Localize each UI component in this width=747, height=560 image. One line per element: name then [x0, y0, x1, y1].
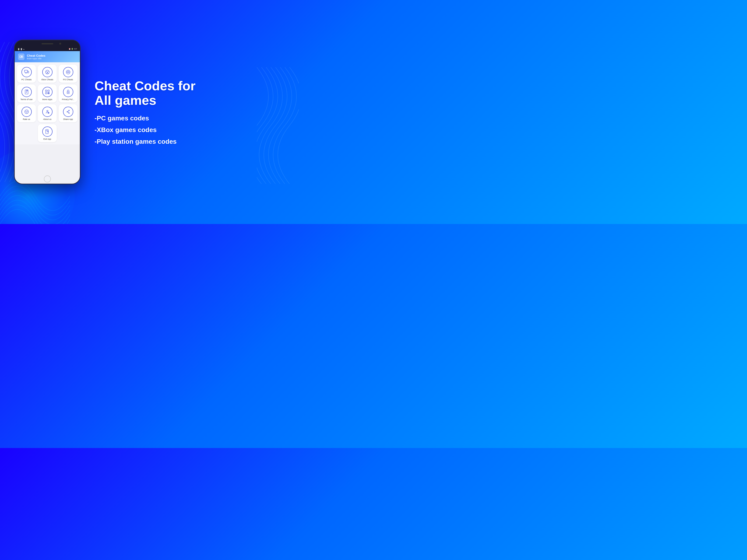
exit-icon — [42, 127, 53, 137]
app-subtitle: Brain Apps Ville — [27, 57, 45, 60]
phone-bottom-bar — [15, 174, 80, 184]
grid-item-pc-cheats[interactable]: PC Cheats — [17, 64, 36, 83]
status-right: ⏰ 🔋 9:07 — [69, 48, 77, 50]
phone-camera — [59, 43, 61, 45]
app-header: Cheat Codes Brain Apps Ville — [15, 51, 80, 62]
phone-home-button[interactable] — [44, 176, 51, 183]
status-left: ▐▌ ▐▌ ▲ — [18, 48, 25, 50]
grid-item-more-apps[interactable]: More Apps — [38, 84, 57, 102]
rate-label: Rate us — [23, 118, 30, 121]
svg-point-23 — [67, 111, 68, 112]
svg-point-5 — [45, 70, 49, 74]
grid-item-xbox-cheats[interactable]: Xbox Cheats — [38, 64, 57, 83]
feature-item-xbox: -XBox games codes — [95, 126, 285, 134]
grid-item-about-us[interactable]: About us — [38, 104, 57, 122]
svg-point-8 — [68, 71, 69, 72]
more-apps-label: More Apps — [42, 98, 52, 101]
about-icon — [42, 107, 53, 117]
feature-item-ps: -Play station games codes — [95, 138, 285, 145]
svg-point-9 — [69, 72, 69, 72]
app-grid: PC Cheats Xbox Cheats PS Cheats — [15, 62, 80, 144]
svg-point-19 — [26, 111, 26, 111]
share-icon — [63, 107, 73, 117]
phone-notch-bar — [15, 41, 80, 47]
app-header-icon — [18, 53, 25, 60]
grid-item-ps-cheats[interactable]: PS Cheats — [59, 64, 77, 83]
about-label: About us — [43, 118, 52, 121]
grid-item-privacy[interactable]: Privacy Pol... — [59, 84, 77, 102]
xbox-icon — [42, 67, 53, 77]
app-header-text: Cheat Codes Brain Apps Ville — [27, 54, 45, 60]
headline-line2: All games — [95, 93, 156, 108]
grid-item-terms[interactable]: Terms of use — [17, 84, 36, 102]
svg-point-21 — [47, 110, 48, 112]
ps-icon — [63, 67, 73, 77]
svg-rect-13 — [48, 90, 49, 91]
phone-mockup: ▐▌ ▐▌ ▲ ⏰ 🔋 9:07 Cheat Codes Brain Apps … — [14, 40, 80, 184]
exit-label: Exit App — [44, 138, 51, 140]
app-title: Cheat Codes — [27, 54, 45, 57]
text-area: Cheat Codes for All games -PC games code… — [95, 74, 285, 150]
svg-rect-3 — [24, 70, 27, 72]
phone-speaker — [42, 43, 53, 44]
rate-icon — [22, 107, 32, 117]
phone-screen: Cheat Codes Brain Apps Ville PC Cheats — [15, 51, 80, 174]
svg-point-7 — [67, 72, 68, 72]
svg-rect-4 — [27, 71, 29, 73]
svg-point-18 — [25, 110, 28, 114]
xbox-cheats-label: Xbox Cheats — [41, 78, 53, 81]
feature-list: -PC games codes -XBox games codes -Play … — [95, 114, 285, 145]
svg-rect-12 — [45, 90, 47, 91]
headline-line1: Cheat Codes for — [95, 78, 196, 93]
main-layout: ▐▌ ▐▌ ▲ ⏰ 🔋 9:07 Cheat Codes Brain Apps … — [0, 0, 299, 224]
svg-point-17 — [68, 92, 69, 93]
privacy-icon — [63, 87, 73, 97]
svg-point-1 — [22, 56, 22, 57]
grid-item-rate-us[interactable]: Rate us — [17, 104, 36, 122]
privacy-label: Privacy Pol... — [62, 98, 74, 101]
terms-icon — [22, 87, 32, 97]
ps-cheats-label: PS Cheats — [63, 78, 73, 81]
grid-item-share-app[interactable]: Share App — [59, 104, 77, 122]
svg-point-25 — [69, 113, 69, 114]
svg-point-6 — [66, 70, 70, 74]
headline: Cheat Codes for All games — [95, 79, 285, 107]
svg-point-20 — [27, 111, 27, 111]
svg-rect-14 — [45, 92, 47, 94]
share-label: Share App — [63, 118, 73, 121]
pc-cheats-label: PC Cheats — [22, 78, 32, 81]
svg-point-10 — [68, 72, 69, 73]
more-apps-icon — [42, 87, 53, 97]
terms-label: Terms of use — [21, 98, 33, 101]
pc-icon — [22, 67, 32, 77]
feature-item-pc: -PC games codes — [95, 114, 285, 122]
svg-point-24 — [69, 110, 69, 111]
phone-status-bar: ▐▌ ▐▌ ▲ ⏰ 🔋 9:07 — [15, 47, 80, 51]
grid-item-exit-app[interactable]: Exit App — [38, 124, 57, 142]
